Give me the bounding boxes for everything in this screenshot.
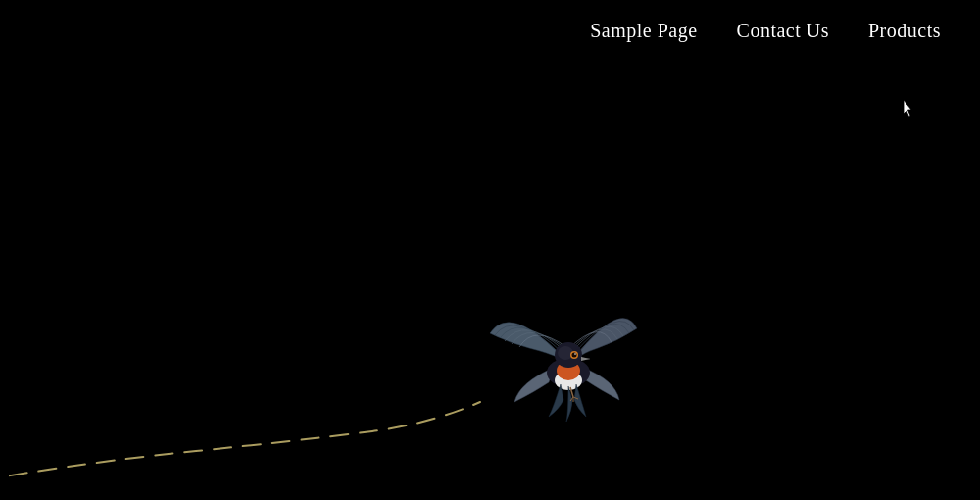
svg-point-3 bbox=[555, 342, 582, 368]
svg-point-5 bbox=[570, 351, 578, 359]
svg-line-12 bbox=[570, 397, 573, 401]
main-nav: Sample Page Contact Us Products bbox=[551, 0, 980, 62]
bird-illustration bbox=[470, 284, 666, 441]
svg-line-10 bbox=[573, 397, 578, 399]
svg-point-4 bbox=[558, 346, 573, 360]
nav-link-contact-us[interactable]: Contact Us bbox=[737, 20, 829, 42]
mouse-cursor bbox=[904, 100, 915, 118]
svg-point-1 bbox=[555, 371, 582, 390]
svg-point-0 bbox=[547, 358, 590, 387]
svg-point-6 bbox=[572, 353, 577, 358]
nav-link-sample-page[interactable]: Sample Page bbox=[590, 20, 697, 42]
svg-point-2 bbox=[557, 361, 580, 380]
flight-path bbox=[0, 304, 980, 500]
svg-line-9 bbox=[570, 387, 573, 397]
nav-link-products[interactable]: Products bbox=[868, 20, 941, 42]
svg-point-7 bbox=[574, 353, 576, 355]
